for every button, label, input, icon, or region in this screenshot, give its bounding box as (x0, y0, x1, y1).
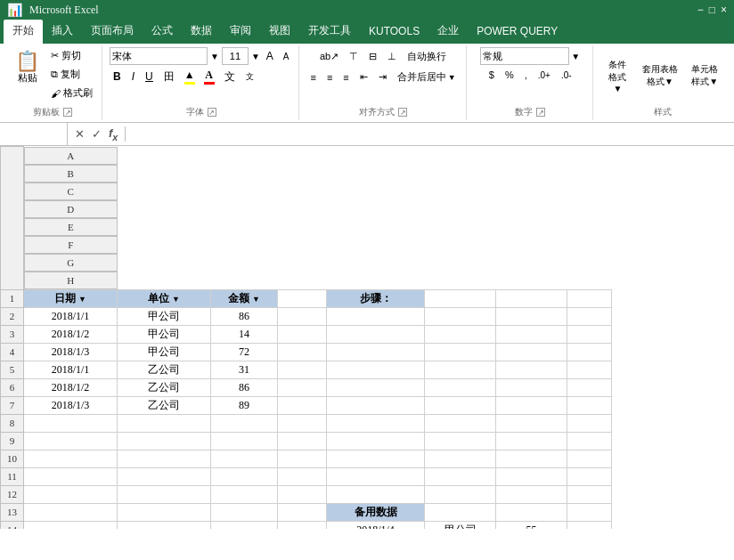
cell-H13[interactable] (567, 503, 612, 521)
cut-button[interactable]: ✂ 剪切 (47, 47, 96, 64)
row-header-2[interactable]: 2 (1, 307, 24, 325)
number-format-dropdown[interactable]: ▼ (571, 52, 580, 61)
cell-D7[interactable] (278, 396, 327, 414)
cell-E7[interactable] (327, 396, 425, 414)
cell-H11[interactable] (567, 467, 612, 485)
align-right-button[interactable]: ≡ (338, 69, 353, 85)
cell-F13[interactable] (425, 503, 496, 521)
cell-F1[interactable] (425, 289, 496, 307)
percent-button[interactable]: % (501, 67, 518, 83)
cell-E13[interactable]: 备用数据 (327, 503, 425, 521)
font-name-select[interactable] (110, 47, 208, 65)
tab-start[interactable]: 开始 (4, 20, 43, 44)
row-header-8[interactable]: 8 (1, 414, 24, 432)
table-format-button[interactable]: 套用表格格式▼ (637, 61, 682, 91)
cell-H5[interactable] (567, 361, 612, 378)
cell-B12[interactable] (118, 485, 211, 503)
cell-F4[interactable] (425, 343, 496, 361)
cell-B10[interactable] (118, 450, 211, 467)
cell-C8[interactable] (211, 414, 278, 432)
increase-decimal-button[interactable]: .0+ (534, 68, 555, 83)
font-color-button[interactable]: A (201, 67, 217, 86)
merge-dropdown[interactable]: ▼ (448, 73, 456, 82)
format-painter-button[interactable]: 🖌 格式刷 (47, 85, 96, 101)
tab-layout[interactable]: 页面布局 (82, 20, 143, 44)
cell-C13[interactable] (211, 503, 278, 521)
cell-A2[interactable]: 2018/1/1 (24, 307, 118, 325)
align-left-button[interactable]: ≡ (306, 69, 321, 85)
font-size-dropdown[interactable]: ▼ (251, 52, 260, 61)
cell-C9[interactable] (211, 432, 278, 450)
col-header-C[interactable]: C (24, 183, 118, 200)
row-header-7[interactable]: 7 (1, 396, 24, 414)
font-name-dropdown[interactable]: ▼ (210, 52, 219, 61)
cell-B2[interactable]: 甲公司 (118, 307, 211, 325)
cell-A3[interactable]: 2018/1/2 (24, 325, 118, 343)
cell-style-button[interactable]: 单元格样式▼ (685, 61, 725, 91)
cell-E1[interactable]: 步骤： (327, 289, 425, 307)
cell-G6[interactable] (496, 378, 567, 396)
tab-insert[interactable]: 插入 (43, 20, 82, 44)
paste-button[interactable]: 📋 粘贴 (9, 47, 45, 101)
cell-B5[interactable]: 乙公司 (118, 361, 211, 378)
cell-H3[interactable] (567, 325, 612, 343)
cell-C14[interactable] (211, 521, 278, 529)
cell-B14[interactable] (118, 521, 211, 529)
cell-B7[interactable]: 乙公司 (118, 396, 211, 414)
cell-A9[interactable] (24, 432, 118, 450)
cell-D10[interactable] (278, 450, 327, 467)
copy-button[interactable]: ⧉ 复制 (47, 66, 96, 83)
cell-B3[interactable]: 甲公司 (118, 325, 211, 343)
tab-formula[interactable]: 公式 (143, 20, 182, 44)
cell-E6[interactable] (327, 378, 425, 396)
align-middle-button[interactable]: ⊟ (364, 48, 381, 65)
cell-F12[interactable] (425, 485, 496, 503)
col-header-B[interactable]: B (24, 165, 118, 183)
row-header-13[interactable]: 13 (1, 503, 24, 521)
row-header-12[interactable]: 12 (1, 485, 24, 503)
cell-G8[interactable] (496, 414, 567, 432)
tab-kutools[interactable]: KUTOOLS (360, 20, 428, 44)
cell-A13[interactable] (24, 503, 118, 521)
cell-E11[interactable] (327, 467, 425, 485)
row-header-11[interactable]: 11 (1, 467, 24, 485)
cell-H12[interactable] (567, 485, 612, 503)
row-header-9[interactable]: 9 (1, 432, 24, 450)
cell-D6[interactable] (278, 378, 327, 396)
minimize-button[interactable]: − (697, 4, 704, 16)
fill-color-button[interactable]: ▲ (182, 67, 198, 86)
cell-C12[interactable] (211, 485, 278, 503)
cell-H7[interactable] (567, 396, 612, 414)
tab-powerquery[interactable]: POWER QUERY (468, 20, 567, 44)
row-header-3[interactable]: 3 (1, 325, 24, 343)
merge-button[interactable]: 合并后居中 ▼ (393, 68, 461, 86)
cell-D5[interactable] (278, 361, 327, 378)
cell-E3[interactable] (327, 325, 425, 343)
cell-A1[interactable]: 日期 ▼ (24, 289, 118, 307)
indent-dec-button[interactable]: ⇤ (355, 69, 372, 85)
cell-F5[interactable] (425, 361, 496, 378)
cell-F6[interactable] (425, 378, 496, 396)
cell-G1[interactable] (496, 289, 567, 307)
row-header-6[interactable]: 6 (1, 378, 24, 396)
cell-G7[interactable] (496, 396, 567, 414)
cell-D2[interactable] (278, 307, 327, 325)
orient-button[interactable]: ab↗ (315, 48, 343, 65)
font-grow-button[interactable]: A (263, 48, 277, 64)
row-header-1[interactable]: 1 (1, 289, 24, 307)
align-top-button[interactable]: ⊤ (345, 48, 363, 65)
cell-D1[interactable] (278, 289, 327, 307)
tab-enterprise[interactable]: 企业 (428, 20, 468, 44)
cell-G9[interactable] (496, 432, 567, 450)
cell-D8[interactable] (278, 414, 327, 432)
formula-input[interactable] (131, 127, 729, 141)
col-header-E[interactable]: E (24, 218, 118, 236)
cell-E2[interactable] (327, 307, 425, 325)
cell-F10[interactable] (425, 450, 496, 467)
col-header-F[interactable]: F (24, 236, 118, 254)
cell-G11[interactable] (496, 467, 567, 485)
cell-D13[interactable] (278, 503, 327, 521)
cell-H4[interactable] (567, 343, 612, 361)
cell-H8[interactable] (567, 414, 612, 432)
cell-C10[interactable] (211, 450, 278, 467)
